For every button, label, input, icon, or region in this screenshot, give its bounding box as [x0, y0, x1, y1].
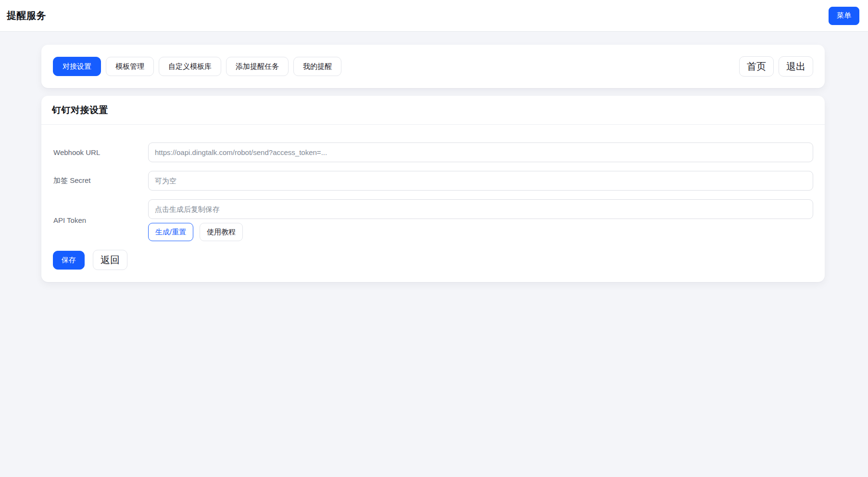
tab-my-reminders[interactable]: 我的提醒 — [293, 57, 341, 76]
settings-card-title: 钉钉对接设置 — [52, 104, 813, 116]
tab-custom-template-library[interactable]: 自定义模板库 — [159, 57, 221, 76]
tutorial-button[interactable]: 使用教程 — [200, 223, 243, 241]
save-button[interactable]: 保存 — [53, 251, 85, 270]
secret-row: 加签 Secret — [53, 171, 813, 191]
nav-card: 对接设置 模板管理 自定义模板库 添加提醒任务 我的提醒 首页 退出 — [41, 45, 825, 88]
webhook-url-control — [148, 142, 813, 162]
menu-button[interactable]: 菜单 — [829, 7, 859, 25]
secret-control — [148, 171, 813, 191]
api-token-control: 生成/重置 使用教程 — [148, 199, 813, 241]
home-button[interactable]: 首页 — [739, 56, 774, 77]
app-header: 提醒服务 菜单 — [0, 0, 868, 32]
form-action-row: 保存 返回 — [53, 250, 813, 270]
api-token-row: API Token 生成/重置 使用教程 — [53, 199, 813, 241]
settings-card-header: 钉钉对接设置 — [41, 96, 825, 125]
tab-add-reminder-task[interactable]: 添加提醒任务 — [226, 57, 289, 76]
webhook-url-input[interactable] — [148, 142, 813, 162]
dingtalk-settings-card: 钉钉对接设置 Webhook URL 加签 Secret API Token — [41, 96, 825, 282]
back-button[interactable]: 返回 — [93, 250, 127, 270]
page-title: 提醒服务 — [7, 9, 46, 22]
api-token-label: API Token — [53, 199, 148, 241]
api-token-input[interactable] — [148, 199, 813, 219]
webhook-url-row: Webhook URL — [53, 142, 813, 162]
tab-template-management[interactable]: 模板管理 — [106, 57, 154, 76]
tab-connection-settings[interactable]: 对接设置 — [53, 57, 101, 76]
webhook-url-label: Webhook URL — [53, 148, 148, 156]
nav-actions: 首页 退出 — [739, 56, 813, 77]
api-token-buttons: 生成/重置 使用教程 — [148, 223, 813, 241]
generate-reset-button[interactable]: 生成/重置 — [148, 223, 193, 241]
settings-card-body: Webhook URL 加签 Secret API Token 生成/重置 使用… — [41, 125, 825, 282]
secret-input[interactable] — [148, 171, 813, 191]
logout-button[interactable]: 退出 — [779, 56, 813, 77]
nav-tabs: 对接设置 模板管理 自定义模板库 添加提醒任务 我的提醒 — [53, 57, 341, 76]
main-content: 对接设置 模板管理 自定义模板库 添加提醒任务 我的提醒 首页 退出 钉钉对接设… — [41, 45, 825, 282]
secret-label: 加签 Secret — [53, 176, 148, 185]
